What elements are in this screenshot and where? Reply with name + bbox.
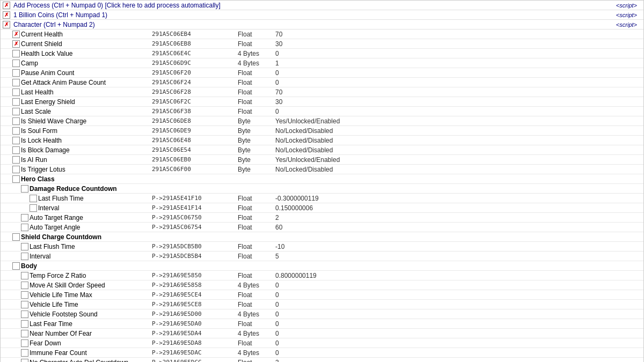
row-checkbox[interactable]: [21, 349, 28, 357]
row-checkbox[interactable]: ✗: [12, 31, 20, 38]
row-checkbox[interactable]: [21, 339, 28, 347]
table-row[interactable]: Body: [1, 261, 643, 271]
row-checkbox[interactable]: [12, 262, 20, 270]
row-checkbox[interactable]: [21, 330, 28, 337]
row-checkbox[interactable]: [21, 253, 28, 260]
row-checkbox[interactable]: [21, 291, 28, 299]
row-checkbox[interactable]: [21, 320, 28, 328]
row-checkbox[interactable]: [21, 301, 28, 308]
table-row[interactable]: ✗Current Health291A5C06EB4Float70: [1, 29, 643, 39]
checkbox-billion-coins[interactable]: ✗: [3, 11, 10, 19]
table-row[interactable]: Pause Anim Count291A5C06F20Float0: [1, 68, 643, 78]
row-checkbox[interactable]: [12, 233, 20, 241]
table-row[interactable]: Auto Target RangeP->291A5C06750Float2: [1, 213, 643, 223]
row-name: Is Trigger Lotus: [21, 166, 152, 173]
table-row[interactable]: Temp Force Z RatioP->291A69E5850Float0.8…: [1, 271, 643, 280]
row-checkbox[interactable]: [12, 79, 20, 86]
table-row[interactable]: Damage Reduce Countdown: [1, 184, 643, 194]
row-name: Is Lock Health: [21, 137, 152, 144]
table-row[interactable]: Vehicle Footstep SoundP->291A69E5D004 By…: [1, 309, 643, 319]
row-name: Last Flush Time: [30, 243, 152, 250]
row-checkbox[interactable]: [12, 117, 20, 125]
row-type: Float: [238, 214, 275, 221]
table-row[interactable]: Vehicle Life Time MaxP->291A69E5CE4Float…: [1, 290, 643, 300]
table-row[interactable]: Last Flush TimeP->291A5DCB5B0Float-10: [1, 242, 643, 252]
row-checkbox[interactable]: [12, 108, 20, 115]
top-entry-character[interactable]: ✗ Character (Ctrl + Numpad 2) <script>: [1, 20, 643, 29]
row-checkbox[interactable]: [12, 127, 20, 135]
row-checkbox[interactable]: [21, 214, 28, 221]
table-row[interactable]: Last Health291A5C06F28Float70: [1, 87, 643, 97]
row-checkbox[interactable]: [12, 69, 20, 77]
top-entry-billion-coins[interactable]: ✗ 1 Billion Coins (Ctrl + Numpad 1) <scr…: [1, 10, 643, 20]
top-entry-add-process[interactable]: ✗ Add Process (Ctrl + Numpad 0) [Click h…: [1, 1, 643, 10]
row-checkbox[interactable]: [21, 311, 28, 318]
table-row[interactable]: Vehicle Life TimeP->291A69E5CE8Float0: [1, 300, 643, 309]
checkbox-add-process[interactable]: ✗: [3, 2, 10, 9]
table-row[interactable]: Move At Skill Order SpeedP->291A69E58584…: [1, 280, 643, 290]
row-address: P->291A5E41F10: [152, 195, 238, 202]
table-row[interactable]: IntervalP->291A5DCB5B4Float5: [1, 252, 643, 261]
table-row[interactable]: Is Block Damage291A5C06E54ByteNo/Locked/…: [1, 145, 643, 155]
row-checkbox[interactable]: [12, 146, 20, 154]
table-row[interactable]: IntervalP->291A5E41F14Float0.150000006: [1, 203, 643, 213]
table-row[interactable]: Is Soul Form291A5C06DE9ByteNo/Locked/Dis…: [1, 126, 643, 136]
table-row[interactable]: Is Trigger Lotus291A5C06F00ByteNo/Locked…: [1, 165, 643, 174]
table-row[interactable]: Is AI Run291A5C06EB0ByteYes/Unlocked/Ena…: [1, 155, 643, 165]
row-checkbox[interactable]: [12, 88, 20, 96]
row-checkbox[interactable]: [12, 166, 20, 173]
table-row[interactable]: Last Fear TimeP->291A69E5DA0Float0: [1, 319, 643, 329]
row-checkbox[interactable]: [12, 98, 20, 106]
table-row[interactable]: Immune Fear CountP->291A69E5DAC4 Bytes0: [1, 348, 643, 358]
row-value: 30: [275, 40, 642, 48]
row-name: Interval: [30, 253, 152, 260]
row-checkbox[interactable]: [12, 50, 20, 57]
row-checkbox[interactable]: [12, 137, 20, 144]
table-row[interactable]: No Character Auto Del CountdownP->291A69…: [1, 358, 643, 362]
row-name: Vehicle Footstep Sound: [30, 311, 152, 318]
table-row[interactable]: Near Number Of FearP->291A69E5DA44 Bytes…: [1, 329, 643, 338]
table-row[interactable]: Camp291A5C06D9C4 Bytes1: [1, 58, 643, 68]
row-checkbox[interactable]: [30, 204, 37, 212]
row-checkbox[interactable]: [12, 60, 20, 67]
row-value: 0: [275, 320, 642, 328]
row-name: Hero Class: [21, 175, 152, 183]
table-row[interactable]: Get Attack Anim Pause Count291A5C06F24Fl…: [1, 78, 643, 87]
table-row[interactable]: Health Lock Value291A5C06E4C4 Bytes0: [1, 49, 643, 58]
row-address: 291A5C06EB0: [152, 156, 238, 163]
table-row[interactable]: Shield Charge Countdown: [1, 232, 643, 242]
row-checkbox[interactable]: [21, 282, 28, 289]
row-checkbox[interactable]: [21, 185, 28, 193]
row-name: Near Number Of Fear: [30, 330, 152, 337]
row-type: Byte: [238, 156, 275, 164]
checkbox-character[interactable]: ✗: [3, 21, 10, 28]
row-type: 4 Bytes: [238, 282, 275, 289]
table-row[interactable]: Is Shield Wave Charge291A5C06DE8ByteYes/…: [1, 116, 643, 126]
row-checkbox[interactable]: [12, 156, 20, 164]
row-checkbox[interactable]: [21, 243, 28, 250]
row-value: 0: [275, 349, 642, 357]
row-type: Float: [238, 339, 275, 347]
row-checkbox[interactable]: [30, 195, 37, 202]
row-value: 3: [275, 359, 642, 363]
row-value: 0.8000000119: [275, 272, 642, 279]
row-checkbox[interactable]: ✗: [12, 40, 20, 48]
table-row[interactable]: Last Scale291A5C06F38Float0: [1, 107, 643, 116]
table-row[interactable]: Is Lock Health291A5C06E48ByteNo/Locked/D…: [1, 136, 643, 145]
row-name: Last Health: [21, 88, 152, 96]
row-checkbox[interactable]: [21, 272, 28, 279]
row-value: 0: [275, 311, 642, 318]
table-row[interactable]: ✗Current Shield291A5C06EB8Float30: [1, 39, 643, 49]
table-row[interactable]: Last Flush TimeP->291A5E41F10Float-0.300…: [1, 194, 643, 203]
row-type: Byte: [238, 117, 275, 125]
table-row[interactable]: Hero Class: [1, 174, 643, 184]
table-row[interactable]: Last Energy Shield291A5C06F2CFloat30: [1, 97, 643, 107]
row-checkbox[interactable]: [12, 175, 20, 183]
row-type: Byte: [238, 166, 275, 173]
row-checkbox[interactable]: [21, 359, 28, 363]
table-row[interactable]: Auto Target AngleP->291A5C06754Float60: [1, 223, 643, 232]
row-name: Last Fear Time: [30, 320, 152, 328]
table-row[interactable]: Fear DownP->291A69E5DA8Float0: [1, 338, 643, 348]
row-name: Fear Down: [30, 339, 152, 347]
row-checkbox[interactable]: [21, 224, 28, 231]
